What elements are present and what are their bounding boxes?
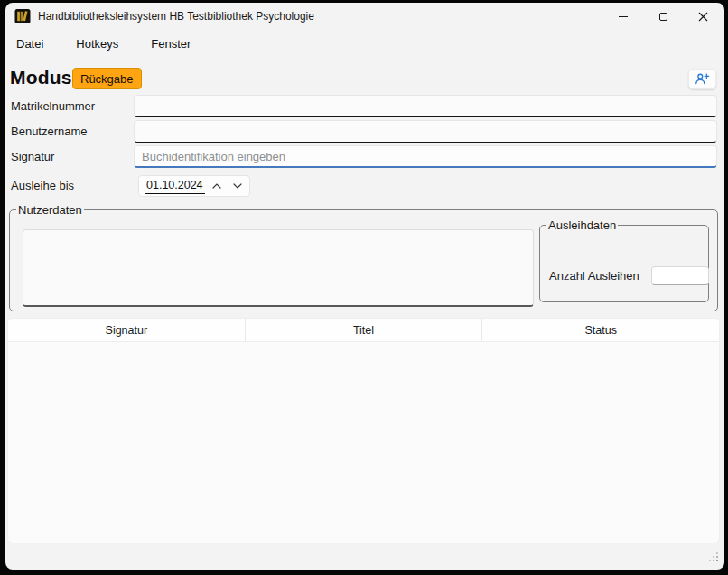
page-title: Modus [10,67,72,88]
column-header-signatur[interactable]: Signatur [8,319,246,341]
ausleihdaten-legend: Ausleihdaten [546,218,618,232]
ausleihe-bis-spinner[interactable]: 01.10.2024 [138,175,250,197]
menu-datei[interactable]: Datei [7,32,52,55]
app-window: Handbibliotheksleihsystem HB Testbibliot… [5,3,724,570]
menubar: Datei Hotkeys Fenster [5,30,724,57]
resize-grip-icon[interactable] [707,551,718,561]
signatur-input[interactable] [134,145,717,168]
benutzername-label: Benutzername [11,120,88,143]
chevron-down-icon [233,183,242,189]
table-header-row: Signatur Titel Status [8,319,719,342]
ausleihdaten-groupbox: Ausleihdaten Anzahl Ausleihen [539,218,709,302]
results-table: Signatur Titel Status [7,318,720,543]
ausleihe-bis-label: Ausleihe bis [11,174,74,197]
library-books-icon [14,8,31,24]
column-header-titel[interactable]: Titel [246,319,483,341]
nutzerdaten-legend: Nutzerdaten [16,203,84,217]
nutzerdaten-textarea[interactable] [23,229,534,307]
matrikelnummer-label: Matrikelnummer [11,95,95,117]
anzahl-ausleihen-row: Anzahl Ausleihen [549,266,709,285]
minimize-button[interactable] [603,3,643,30]
screen: Handbibliotheksleihsystem HB Testbibliot… [0,0,728,575]
signatur-label: Signatur [11,145,54,168]
spin-up-button[interactable] [207,178,226,194]
menu-hotkeys[interactable]: Hotkeys [67,32,127,55]
maximize-button[interactable] [643,3,683,30]
close-button[interactable] [683,3,723,30]
table-body [8,342,719,543]
anzahl-ausleihen-label: Anzahl Ausleihen [549,269,639,283]
minimize-icon [619,16,628,17]
mode-badge[interactable]: Rückgabe [72,68,142,89]
benutzername-input[interactable] [134,120,717,143]
titlebar: Handbibliotheksleihsystem HB Testbibliot… [5,3,724,30]
anzahl-ausleihen-input[interactable] [651,266,709,285]
add-user-button[interactable] [688,69,716,89]
person-add-icon [695,72,710,86]
spin-down-button[interactable] [228,178,247,194]
maximize-icon [659,13,667,21]
menu-fenster[interactable]: Fenster [142,32,200,55]
column-header-status[interactable]: Status [482,319,719,341]
close-icon [698,12,708,22]
window-title: Handbibliotheksleihsystem HB Testbibliot… [38,10,314,23]
matrikelnummer-input[interactable] [134,95,717,117]
window-controls [603,3,723,30]
ausleihe-bis-value[interactable]: 01.10.2024 [145,178,205,194]
chevron-up-icon [212,183,221,189]
